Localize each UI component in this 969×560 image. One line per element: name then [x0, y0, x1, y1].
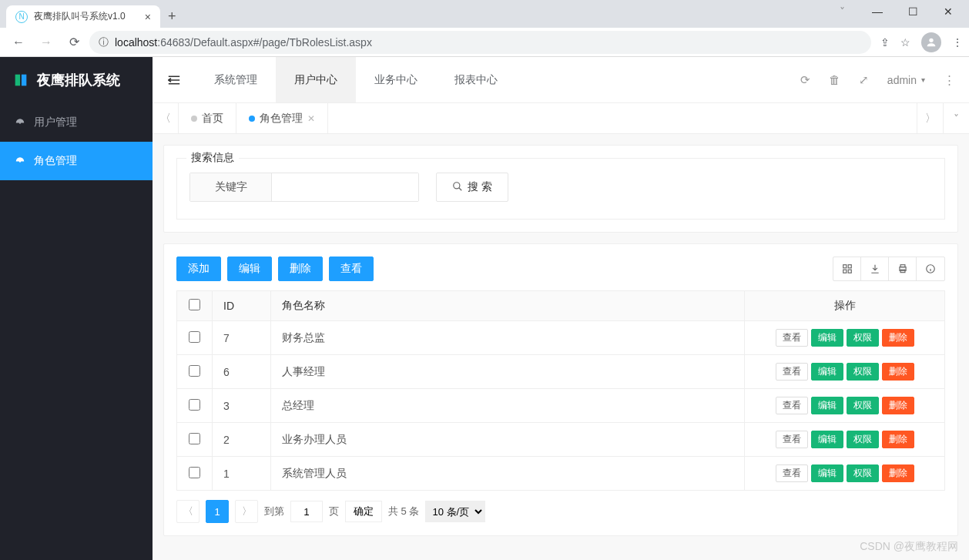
row-delete-button[interactable]: 删除 [882, 363, 914, 381]
table-row: 7财务总监查看编辑权限删除 [177, 321, 945, 355]
tab-indicator-icon [249, 116, 255, 122]
user-menu[interactable]: admin ▾ [887, 74, 925, 86]
topmenu-system[interactable]: 系统管理 [196, 57, 276, 102]
close-window-icon[interactable]: ✕ [930, 0, 966, 23]
pager-prev[interactable]: 〈 [176, 500, 200, 523]
row-view-button[interactable]: 查看 [776, 431, 808, 448]
table-row: 3总经理查看编辑权限删除 [177, 389, 945, 423]
row-view-button[interactable]: 查看 [776, 464, 808, 482]
svg-rect-6 [843, 270, 846, 273]
row-checkbox[interactable] [189, 467, 200, 478]
row-permission-button[interactable]: 权限 [847, 329, 879, 347]
kebab-menu-icon[interactable]: ⋮ [952, 36, 963, 49]
close-tab-icon[interactable]: ✕ [307, 113, 315, 124]
row-checkbox[interactable] [189, 433, 200, 444]
pager-goto-prefix: 到第 [264, 505, 284, 518]
refresh-icon[interactable]: ⟳ [800, 73, 810, 87]
bookmark-icon[interactable]: ☆ [900, 36, 910, 49]
share-icon[interactable]: ⇪ [880, 36, 890, 49]
more-menu-icon[interactable]: ⋮ [944, 73, 955, 87]
svg-point-3 [454, 182, 460, 188]
columns-icon[interactable] [833, 257, 861, 280]
row-view-button[interactable]: 查看 [776, 329, 808, 347]
page-tab-home[interactable]: 首页 [179, 103, 236, 133]
col-op: 操作 [745, 291, 945, 321]
page-tabs: 〈 首页 角色管理 ✕ 〉 ˅ [153, 103, 969, 134]
row-permission-button[interactable]: 权限 [847, 397, 879, 414]
row-permission-button[interactable]: 权限 [847, 464, 879, 482]
add-button[interactable]: 添加 [176, 257, 221, 281]
row-delete-button[interactable]: 删除 [882, 329, 914, 347]
search-button[interactable]: 搜 索 [436, 173, 508, 202]
keyword-input[interactable] [272, 173, 418, 201]
topbar: 系统管理 用户中心 业务中心 报表中心 ⟳ 🗑 ⤢ admin ▾ ⋮ [153, 57, 969, 103]
svg-rect-7 [848, 270, 851, 273]
close-tab-icon[interactable]: × [145, 11, 151, 23]
row-edit-button[interactable]: 编辑 [811, 464, 843, 482]
cell-id: 1 [213, 457, 271, 491]
svg-rect-5 [848, 265, 851, 268]
info-icon[interactable] [917, 257, 944, 280]
cell-name: 财务总监 [271, 321, 745, 355]
row-permission-button[interactable]: 权限 [847, 363, 879, 381]
pager-next[interactable]: 〉 [235, 500, 258, 523]
svg-rect-4 [843, 265, 846, 268]
pager-size-select[interactable]: 10 条/页 [425, 501, 485, 522]
row-checkbox[interactable] [189, 399, 200, 411]
trash-icon[interactable]: 🗑 [829, 73, 840, 86]
chevron-down-icon[interactable]: ˅ [824, 0, 860, 23]
profile-avatar[interactable] [921, 32, 941, 52]
fullscreen-icon[interactable]: ⤢ [859, 73, 869, 87]
sidebar-item-user-management[interactable]: 用户管理 [0, 103, 153, 142]
pager-page-1[interactable]: 1 [206, 500, 229, 523]
view-button[interactable]: 查看 [329, 257, 374, 281]
row-delete-button[interactable]: 删除 [882, 397, 914, 414]
info-icon[interactable]: ⓘ [99, 35, 109, 49]
topmenu-business-center[interactable]: 业务中心 [356, 57, 436, 102]
tabs-scroll-right[interactable]: 〉 [917, 103, 943, 133]
row-edit-button[interactable]: 编辑 [811, 397, 843, 414]
reload-icon[interactable]: ⟳ [62, 30, 86, 55]
col-name: 角色名称 [271, 291, 745, 321]
row-delete-button[interactable]: 删除 [882, 464, 914, 482]
address-bar[interactable]: ⓘ localhost:64683/Default.aspx#/page/TbR… [89, 31, 871, 54]
print-icon[interactable] [889, 257, 917, 280]
row-permission-button[interactable]: 权限 [847, 431, 879, 448]
pager-confirm-button[interactable]: 确定 [345, 501, 382, 522]
row-edit-button[interactable]: 编辑 [811, 363, 843, 381]
delete-button[interactable]: 删除 [278, 257, 323, 281]
row-edit-button[interactable]: 编辑 [811, 329, 843, 347]
row-view-button[interactable]: 查看 [776, 397, 808, 414]
page-tab-role-management[interactable]: 角色管理 ✕ [236, 103, 328, 133]
topmenu-report-center[interactable]: 报表中心 [436, 57, 516, 102]
svg-rect-9 [900, 265, 905, 267]
new-tab-button[interactable]: + [160, 5, 184, 28]
collapse-sidebar-button[interactable] [153, 57, 196, 102]
cell-name: 总经理 [271, 389, 745, 423]
search-legend: 搜索信息 [186, 151, 239, 165]
row-checkbox[interactable] [189, 331, 200, 343]
row-delete-button[interactable]: 删除 [882, 431, 914, 448]
edit-button[interactable]: 编辑 [227, 257, 272, 281]
sidebar-item-role-management[interactable]: 角色管理 [0, 142, 153, 180]
cell-id: 6 [213, 355, 271, 389]
minimize-icon[interactable]: — [860, 0, 895, 23]
maximize-icon[interactable]: ☐ [895, 0, 930, 23]
topmenu-user-center[interactable]: 用户中心 [276, 57, 356, 102]
row-checkbox[interactable] [189, 365, 200, 377]
row-edit-button[interactable]: 编辑 [811, 431, 843, 448]
tabs-dropdown[interactable]: ˅ [943, 103, 969, 133]
pager-goto-input[interactable] [290, 501, 323, 522]
tabs-scroll-left[interactable]: 〈 [153, 103, 179, 133]
select-all-checkbox[interactable] [189, 299, 200, 310]
table-row: 1系统管理人员查看编辑权限删除 [177, 457, 945, 491]
pager: 〈 1 〉 到第 页 确定 共 5 条 10 条/页 [176, 500, 945, 523]
export-icon[interactable] [861, 257, 889, 280]
back-icon[interactable]: ← [6, 30, 31, 55]
row-view-button[interactable]: 查看 [776, 363, 808, 381]
cell-id: 3 [213, 389, 271, 423]
logo-icon [12, 72, 29, 89]
user-name: admin [887, 74, 917, 86]
svg-point-0 [929, 38, 933, 42]
browser-tab[interactable]: N 夜鹰排队叫号系统v1.0 × [6, 5, 160, 28]
